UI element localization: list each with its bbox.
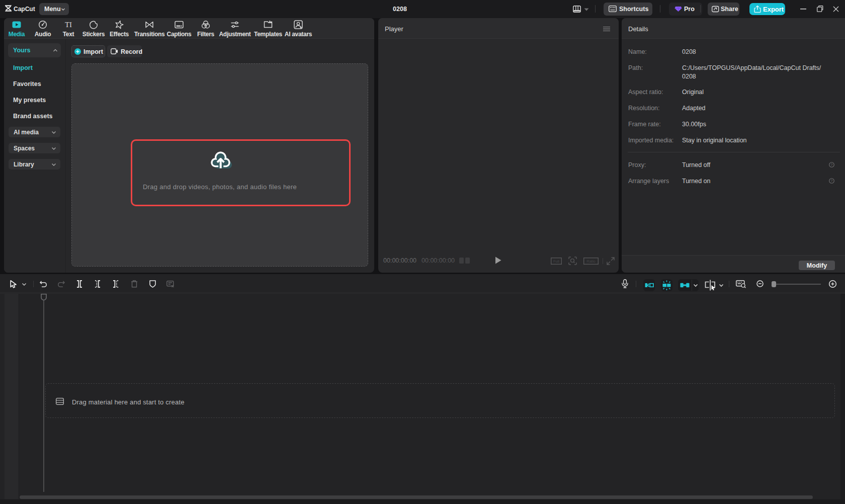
svg-text:TI: TI	[65, 21, 72, 29]
svg-text:?: ?	[831, 179, 833, 183]
svg-text:Full: Full	[553, 259, 559, 264]
svg-text:Ratio: Ratio	[586, 259, 596, 264]
svg-text:?: ?	[831, 163, 833, 166]
